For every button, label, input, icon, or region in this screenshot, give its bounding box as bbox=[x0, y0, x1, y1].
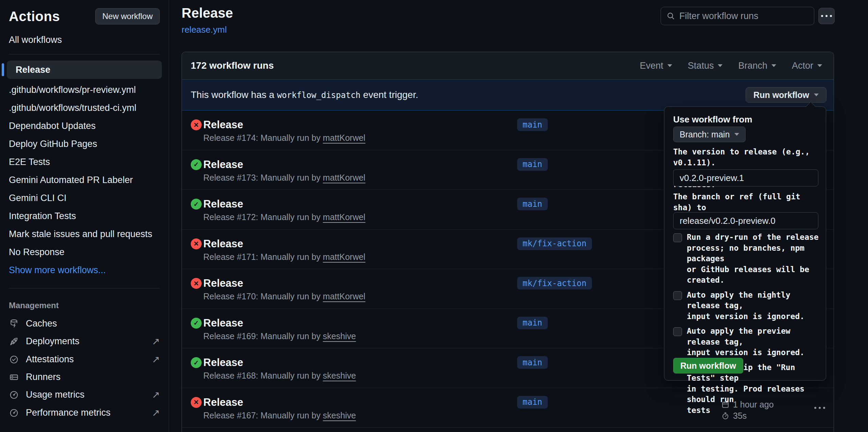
version-input[interactable] bbox=[673, 169, 818, 186]
sidebar-workflow-item[interactable]: Deploy GitHub Pages bbox=[0, 135, 169, 153]
sidebar-workflow-item[interactable]: Mark stale issues and pull requests bbox=[0, 225, 169, 243]
chevron-down-icon bbox=[734, 133, 739, 136]
run-description: Release #172: Manually run by mattKorwel bbox=[203, 212, 365, 222]
run-description: Release #170: Manually run by mattKorwel bbox=[203, 292, 365, 301]
management-item-icon bbox=[9, 390, 19, 400]
run-actor-link[interactable]: mattKorwel bbox=[323, 252, 365, 262]
run-title[interactable]: Release bbox=[203, 356, 243, 369]
run-title[interactable]: Release bbox=[203, 317, 243, 329]
run-title[interactable]: Release bbox=[203, 159, 243, 171]
run-branch-pill[interactable]: mk/fix-action bbox=[517, 237, 592, 250]
filter-workflow-runs-input[interactable] bbox=[679, 11, 809, 21]
sidebar-title: Actions bbox=[9, 9, 60, 24]
actions-sidebar: Actions New workflow All workflows Relea… bbox=[0, 0, 169, 432]
show-more-workflows-link[interactable]: Show more workflows... bbox=[0, 261, 169, 279]
run-status-icon bbox=[191, 318, 202, 329]
sidebar-workflow-list: .github/workflows/pr-review.yml .github/… bbox=[0, 81, 169, 261]
runs-filter-dropdown[interactable]: Actor bbox=[792, 61, 822, 71]
run-description: Release #173: Manually run by mattKorwel bbox=[203, 173, 365, 183]
sidebar-workflow-item[interactable]: E2E Tests bbox=[0, 153, 169, 171]
sidebar-workflow-item[interactable]: Dependabot Updates bbox=[0, 117, 169, 135]
dispatch-option: Run a dry-run of the release process; no… bbox=[673, 232, 819, 286]
run-title[interactable]: Release bbox=[203, 119, 243, 131]
run-workflow-dropdown-panel: Use workflow from Branch: main The versi… bbox=[664, 106, 826, 381]
checkbox[interactable] bbox=[673, 233, 682, 242]
page-title: Release bbox=[182, 5, 233, 21]
checkbox[interactable] bbox=[673, 327, 682, 336]
workflow-file-link[interactable]: release.yml bbox=[182, 24, 227, 35]
sidebar-workflow-item[interactable]: .github/workflows/pr-review.yml bbox=[0, 81, 169, 99]
run-actor-link[interactable]: skeshive bbox=[323, 371, 356, 380]
chevron-down-icon bbox=[814, 94, 819, 96]
dispatch-option: Auto apply the preview release tag, inpu… bbox=[673, 326, 819, 358]
run-status-icon bbox=[191, 357, 202, 368]
run-actor-link[interactable]: mattKorwel bbox=[323, 212, 365, 222]
external-link-icon bbox=[152, 389, 160, 400]
chevron-down-icon bbox=[771, 64, 776, 67]
runs-filter-label: Status bbox=[688, 61, 714, 71]
management-item[interactable]: Usage metrics bbox=[0, 386, 169, 404]
chevron-down-icon bbox=[817, 64, 822, 67]
checkbox-label: Auto apply the preview release tag, inpu… bbox=[687, 326, 819, 358]
ref-input[interactable] bbox=[673, 212, 818, 229]
sidebar-item-release-selected[interactable]: Release bbox=[7, 61, 162, 79]
run-status-icon bbox=[191, 278, 202, 289]
runs-filter-label: Actor bbox=[792, 61, 813, 71]
branch-select-button[interactable]: Branch: main bbox=[673, 127, 746, 142]
run-description: Release #174: Manually run by mattKorwel bbox=[203, 133, 365, 143]
runs-filter-dropdown[interactable]: Status bbox=[688, 61, 723, 71]
run-actor-link[interactable]: mattKorwel bbox=[323, 292, 365, 301]
run-description: Release #168: Manually run by skeshive bbox=[203, 371, 356, 381]
runs-filter-dropdown[interactable]: Branch bbox=[738, 61, 776, 71]
management-item[interactable]: Performance metrics bbox=[0, 404, 169, 422]
sidebar-workflow-item[interactable]: Gemini Automated PR Labeler bbox=[0, 171, 169, 189]
runs-filter-label: Event bbox=[640, 61, 663, 71]
management-item[interactable]: Deployments bbox=[0, 332, 169, 350]
run-title[interactable]: Release bbox=[203, 277, 243, 289]
run-title[interactable]: Release bbox=[203, 238, 243, 250]
run-title[interactable]: Release bbox=[203, 396, 243, 409]
run-status-icon bbox=[191, 199, 202, 210]
new-workflow-button[interactable]: New workflow bbox=[95, 8, 160, 24]
run-branch-pill[interactable]: main bbox=[517, 158, 548, 171]
chevron-down-icon bbox=[718, 64, 722, 67]
sidebar-workflow-item[interactable]: No Response bbox=[0, 243, 169, 261]
run-title[interactable]: Release bbox=[203, 198, 243, 210]
run-actor-link[interactable]: skeshive bbox=[323, 331, 356, 341]
sidebar-divider bbox=[9, 54, 160, 54]
run-branch-pill[interactable]: main bbox=[517, 396, 548, 409]
run-branch-pill[interactable]: main bbox=[517, 356, 548, 369]
run-description: Release #167: Manually run by skeshive bbox=[203, 411, 356, 420]
sidebar-workflow-item[interactable]: Integration Tests bbox=[0, 207, 169, 225]
sidebar-workflow-item[interactable]: Gemini CLI CI bbox=[0, 189, 169, 207]
run-branch-pill[interactable]: main bbox=[517, 118, 548, 131]
run-status-icon bbox=[191, 159, 202, 170]
run-branch-pill[interactable]: mk/fix-action bbox=[517, 277, 592, 289]
run-actor-link[interactable]: mattKorwel bbox=[323, 173, 365, 182]
sidebar-divider bbox=[9, 288, 160, 288]
run-actor-link[interactable]: skeshive bbox=[323, 411, 356, 420]
run-workflow-submit-button[interactable]: Run workflow bbox=[673, 358, 743, 373]
management-item-icon bbox=[9, 372, 19, 382]
run-actor-link[interactable]: mattKorwel bbox=[323, 133, 365, 143]
management-item[interactable]: Runners bbox=[0, 368, 169, 386]
run-branch-pill[interactable]: main bbox=[517, 317, 548, 329]
workflow-runs-count: 172 workflow runs bbox=[191, 60, 274, 71]
sidebar-workflow-item[interactable]: .github/workflows/trusted-ci.yml bbox=[0, 99, 169, 117]
runs-filters: Event Status Branch Actor bbox=[640, 61, 822, 71]
dispatch-banner-text: This workflow has a workflow_dispatch ev… bbox=[191, 89, 418, 100]
management-item-icon bbox=[9, 408, 19, 418]
run-workflow-dropdown-button[interactable]: Run workflow bbox=[746, 87, 827, 103]
checkbox-label: Run a dry-run of the release process; no… bbox=[687, 232, 819, 286]
management-item[interactable]: Attestations bbox=[0, 350, 169, 368]
sidebar-item-all-workflows[interactable]: All workflows bbox=[9, 35, 160, 45]
checkbox[interactable] bbox=[673, 291, 682, 300]
runs-filter-dropdown[interactable]: Event bbox=[640, 61, 672, 71]
workflow-options-kebab-button[interactable] bbox=[818, 8, 835, 24]
run-status-icon bbox=[191, 397, 202, 408]
management-item-icon bbox=[9, 336, 19, 347]
management-item-label: Runners bbox=[26, 372, 61, 382]
run-branch-pill[interactable]: main bbox=[517, 198, 548, 210]
management-item[interactable]: Caches bbox=[0, 315, 169, 332]
runs-panel-header: 172 workflow runs Event Status Branch bbox=[182, 52, 834, 79]
